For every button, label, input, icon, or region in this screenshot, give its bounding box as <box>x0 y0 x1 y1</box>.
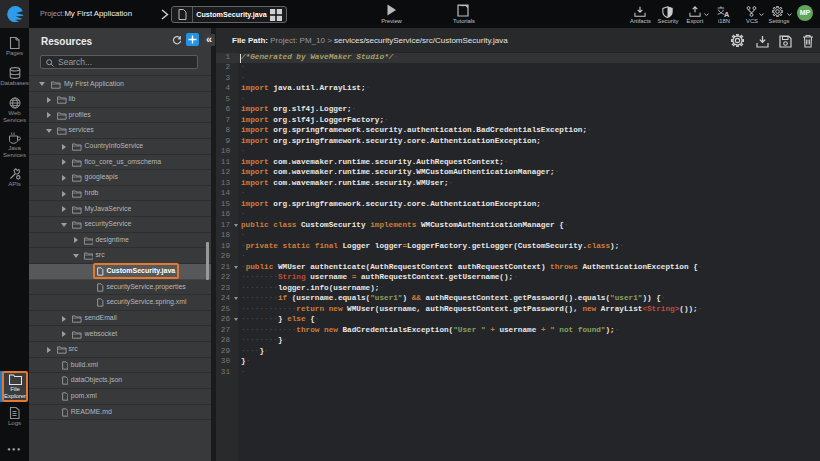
svg-text:A: A <box>724 10 730 17</box>
